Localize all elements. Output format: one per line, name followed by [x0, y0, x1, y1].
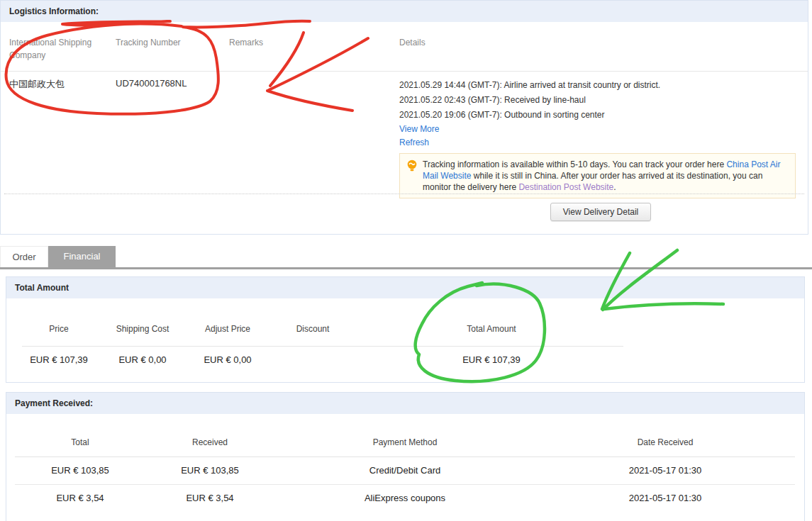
refresh-link[interactable]: Refresh	[399, 136, 798, 150]
col-discount: Discount	[266, 324, 360, 335]
tracking-event: 2021.05.22 02:43 (GMT-7): Received by li…	[399, 93, 798, 108]
col-details: Details	[399, 36, 808, 62]
logistics-table-row: 中国邮政大包 UD740001768NL 2021.05.29 14:44 (G…	[1, 72, 808, 198]
total-amount-header: Total Amount	[6, 277, 804, 298]
shipping-company-value: 中国邮政大包	[9, 78, 116, 198]
total-amount-section: Total Amount Price Shipping Cost Adjust …	[6, 276, 805, 383]
logistics-title: Logistics Information:	[9, 6, 99, 16]
remarks-value	[229, 78, 399, 198]
payment-date: 2021-05-17 01:30	[535, 465, 795, 476]
payment-date: 2021-05-17 01:30	[535, 493, 795, 503]
logistics-section: Logistics Information: International Shi…	[0, 0, 808, 235]
payment-received: EUR € 3,54	[145, 493, 274, 503]
financial-table-header: Price Shipping Cost Adjust Price Discoun…	[22, 298, 623, 347]
discount-value	[266, 354, 360, 365]
col-price: Price	[22, 324, 96, 335]
total-amount-value: EUR € 107,39	[360, 354, 623, 365]
tab-underline	[0, 267, 812, 269]
col-total-amount: Total Amount	[360, 324, 623, 335]
tab-financial[interactable]: Financial	[48, 246, 116, 267]
view-more-link[interactable]: View More	[399, 123, 798, 136]
col-adjust-price: Adjust Price	[189, 324, 266, 335]
col-total: Total	[15, 437, 145, 448]
payment-table-header: Total Received Payment Method Date Recei…	[15, 414, 795, 457]
payment-method: AliExpress coupons	[274, 493, 535, 503]
adjust-price-value: EUR € 0,00	[189, 354, 266, 365]
payment-table: Total Received Payment Method Date Recei…	[15, 414, 795, 512]
order-detail-page: Logistics Information: International Shi…	[0, 0, 812, 521]
logistics-table-header: International Shipping Company Tracking …	[1, 22, 808, 72]
dotted-divider	[4, 194, 804, 194]
col-shipping-company: International Shipping Company	[9, 36, 116, 62]
payment-row: EUR € 3,54 EUR € 3,54 AliExpress coupons…	[15, 485, 795, 512]
destination-post-link[interactable]: Destination Post Website	[518, 182, 613, 192]
payment-total: EUR € 103,85	[15, 465, 145, 476]
tab-bar: Order Financial	[0, 246, 116, 267]
payment-received-title: Payment Received:	[15, 398, 93, 408]
col-payment-method: Payment Method	[274, 437, 535, 448]
details-cell: 2021.05.29 14:44 (GMT-7): Airline arrive…	[399, 78, 808, 198]
tracking-tip-box: Tracking information is available within…	[399, 153, 796, 198]
tracking-event: 2021.05.20 19:06 (GMT-7): Outbound in so…	[399, 108, 798, 123]
col-shipping-cost: Shipping Cost	[96, 324, 189, 335]
tip-text-3: .	[613, 182, 616, 192]
payment-row: EUR € 103,85 EUR € 103,85 Credit/Debit C…	[15, 457, 795, 485]
view-delivery-detail-button[interactable]: View Delivery Detail	[550, 203, 651, 221]
tip-text-1: Tracking information is available within…	[423, 159, 726, 169]
shipping-cost-value: EUR € 0,00	[96, 354, 189, 365]
payment-method: Credit/Debit Card	[274, 465, 535, 476]
col-received: Received	[145, 437, 274, 448]
col-tracking-number: Tracking Number	[116, 36, 229, 62]
payment-received: EUR € 103,85	[145, 465, 274, 476]
logistics-section-header: Logistics Information:	[1, 1, 808, 22]
payment-total: EUR € 3,54	[15, 493, 145, 503]
tab-order[interactable]: Order	[0, 246, 48, 267]
tracking-event: 2021.05.29 14:44 (GMT-7): Airline arrive…	[399, 78, 798, 93]
price-value: EUR € 107,39	[22, 354, 96, 365]
col-remarks: Remarks	[229, 36, 399, 62]
payment-received-header: Payment Received:	[6, 393, 804, 414]
financial-table: Price Shipping Cost Adjust Price Discoun…	[22, 298, 623, 365]
lightbulb-icon	[407, 159, 417, 172]
total-amount-title: Total Amount	[15, 283, 69, 293]
col-date-received: Date Received	[535, 437, 795, 448]
financial-table-row: EUR € 107,39 EUR € 0,00 EUR € 0,00 EUR €…	[22, 347, 623, 365]
payment-received-section: Payment Received: Total Received Payment…	[6, 392, 805, 521]
tracking-number-value: UD740001768NL	[116, 78, 229, 198]
